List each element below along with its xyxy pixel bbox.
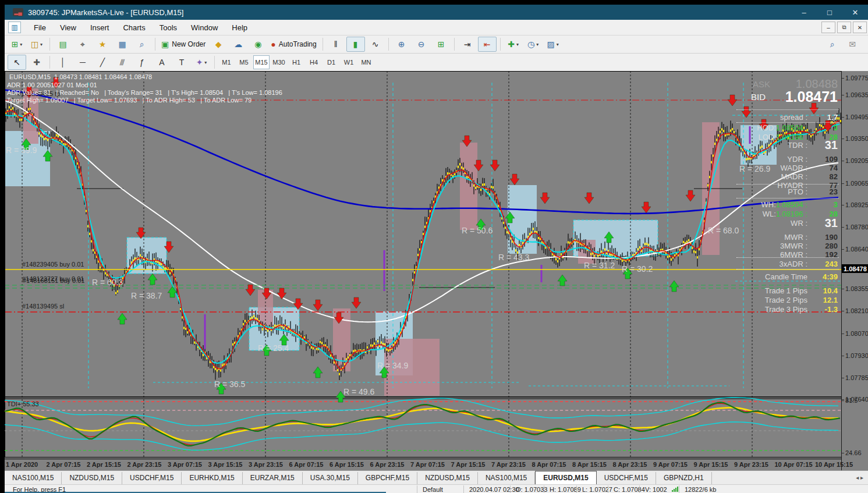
supply-zone-box <box>460 143 477 230</box>
timeframe-m1[interactable]: M1 <box>218 55 235 69</box>
new-chart-button[interactable]: ⊞▾ <box>8 37 26 52</box>
chart-tab-eurhkd-m15[interactable]: EURHKD,M15 <box>182 472 242 484</box>
minimize-button[interactable]: – <box>791 5 817 20</box>
menu-item-tools[interactable]: Tools <box>153 22 184 34</box>
periods-button[interactable]: ◷▾ <box>524 37 543 52</box>
time-tick-label: 6 Apr 07:15 <box>289 461 324 468</box>
strategy-tester-button[interactable]: ⌕ <box>133 37 151 52</box>
menu-item-file[interactable]: File <box>27 22 53 34</box>
chart-tab-nas100-m15[interactable]: NAS100,M15 <box>478 472 535 484</box>
child-close-button[interactable]: ✕ <box>853 22 867 33</box>
zoom-out-icon: ⊖ <box>418 40 425 49</box>
trendline-icon: ╱ <box>100 58 105 67</box>
chart-area[interactable]: EURUSD,M15 1.08473 1.08481 1.08464 1.084… <box>5 71 868 470</box>
menu-item-insert[interactable]: Insert <box>83 22 116 34</box>
status-item: O: 1.07033 <box>516 486 547 493</box>
horizontal-line-button[interactable]: ─ <box>73 55 92 70</box>
chat-button[interactable]: ✉ <box>843 37 862 52</box>
maximize-button[interactable]: □ <box>817 5 842 20</box>
tab-scroll-arrows[interactable]: ◂ ▸ <box>856 474 863 481</box>
zoom-in-button[interactable]: ⊕ <box>392 37 411 52</box>
templates-button[interactable]: ▨▾ <box>544 37 562 52</box>
autotrading-button[interactable]: ●AutoTrading <box>268 37 318 52</box>
stat-value: 31 <box>825 139 838 152</box>
chart-tab-gbpchf-m15[interactable]: GBPCHF,M15 <box>358 472 417 484</box>
timeframe-h1[interactable]: H1 <box>288 55 304 69</box>
price-chart-canvas[interactable] <box>5 71 841 457</box>
chart-tab-eurzar-m15[interactable]: EURZAR,M15 <box>243 472 303 484</box>
zoom-out-button[interactable]: ⊖ <box>412 37 431 52</box>
timeframe-mn[interactable]: MN <box>358 55 374 69</box>
stat-row-hod-: HOD:1.08504 :3 <box>718 123 840 133</box>
equidistant-channel-button[interactable]: ⫻ <box>113 55 132 70</box>
timeframe-w1[interactable]: W1 <box>341 55 357 69</box>
time-axis[interactable]: 1 Apr 20202 Apr 07:152 Apr 15:152 Apr 23… <box>5 459 841 471</box>
terminal-button[interactable]: ▦ <box>113 37 132 52</box>
price-axis[interactable]: 1.08478 1.097751.096351.094951.093501.09… <box>841 71 868 470</box>
market-watch-button[interactable]: ▤ <box>54 37 72 52</box>
toolbar-separator <box>323 38 323 51</box>
arrows-button[interactable]: ✦▾ <box>192 55 211 70</box>
stat-label: WH:1.08504 : <box>761 200 808 209</box>
new-order-button[interactable]: ▣New Order <box>159 37 208 52</box>
cursor-button[interactable]: ↖ <box>8 55 26 70</box>
timeframe-m30[interactable]: M30 <box>271 55 287 69</box>
price-tick-label: 1.08640 <box>845 246 868 253</box>
menu-item-charts[interactable]: Charts <box>116 22 152 34</box>
line-chart-button[interactable]: ∿ <box>366 37 385 52</box>
timeframe-m5[interactable]: M5 <box>236 55 252 69</box>
ma-dot <box>480 189 481 191</box>
chart-shift-button[interactable]: ⇤ <box>478 37 497 52</box>
close-button[interactable]: ✕ <box>842 5 868 20</box>
tile-windows-button[interactable]: ⊞ <box>432 37 451 52</box>
child-restore-button[interactable]: ⧉ <box>837 22 851 33</box>
menu-item-window[interactable]: Window <box>184 22 225 34</box>
timeframe-d1[interactable]: D1 <box>323 55 339 69</box>
trendline-button[interactable]: ╱ <box>93 55 112 70</box>
data-window-button[interactable]: ⌖ <box>73 37 92 52</box>
community-button[interactable]: ☁ <box>229 37 247 52</box>
time-tick-label: 10 Apr 07:15 <box>775 461 813 468</box>
ma-dot <box>42 136 43 138</box>
chart-tab-gbpnzd-h1[interactable]: GBPNZD,H1 <box>656 472 712 484</box>
stat-value: 1.08471 <box>785 88 838 105</box>
ma-dot <box>515 249 516 251</box>
timeframe-m15[interactable]: M15 <box>253 55 270 69</box>
chart-tab-nzdusd-m15[interactable]: NZDUSD,M15 <box>417 472 478 484</box>
text-label-button[interactable]: T <box>172 55 191 70</box>
menu-item-help[interactable]: Help <box>225 22 254 34</box>
timeframe-h4[interactable]: H4 <box>306 55 322 69</box>
stat-value: 12.1 <box>823 296 838 304</box>
ma-dot <box>505 226 506 229</box>
search-button[interactable]: ⌕ <box>823 37 842 52</box>
ma-dot <box>232 343 233 346</box>
chart-tab-usa-30-m15[interactable]: USA.30,M15 <box>303 472 358 484</box>
vertical-line-button[interactable]: │ <box>54 55 72 70</box>
app-icon: ▂▄ <box>13 8 23 16</box>
indicators-button[interactable]: ✚▾ <box>504 37 523 52</box>
chart-tab-eurusd-m15[interactable]: EURUSD,M15 <box>535 471 596 484</box>
bar-chart-button[interactable]: ‖ <box>327 37 345 52</box>
profiles-button[interactable]: ◫▾ <box>27 37 46 52</box>
ma-dot <box>482 183 483 186</box>
chart-tab-usdchf-m15[interactable]: USDCHF,M15 <box>122 472 182 484</box>
auto-scroll-button[interactable]: ⇥ <box>458 37 477 52</box>
metaeditor-button[interactable]: ◆ <box>209 37 228 52</box>
toolbar-separator <box>500 38 501 51</box>
navigator-button[interactable]: ★ <box>93 37 112 52</box>
chart-tab-nas100-m15[interactable]: NAS100,M15 <box>5 472 62 484</box>
text-button[interactable]: A <box>153 55 171 70</box>
stat-row-wr-: WR :31 <box>718 219 840 232</box>
crosshair-button[interactable]: ✚ <box>27 55 46 70</box>
candlestick-chart-button[interactable]: ▮ <box>346 37 365 52</box>
time-tick-label: 9 Apr 15:15 <box>694 461 728 468</box>
status-item: C: 1.07084 <box>614 486 645 493</box>
signals-button[interactable]: ◉ <box>249 37 267 52</box>
chart-tab-usdchf-m15[interactable]: USDCHF,M15 <box>597 472 656 484</box>
chart-tab-nzdusd-m15[interactable]: NZDUSD,M15 <box>62 472 122 484</box>
fibonacci-button[interactable]: ƒ <box>133 55 151 70</box>
menu-item-view[interactable]: View <box>53 22 83 34</box>
child-minimize-button[interactable]: – <box>821 22 835 33</box>
templates-icon: ▨ <box>547 40 555 49</box>
ma-dot <box>234 342 235 344</box>
